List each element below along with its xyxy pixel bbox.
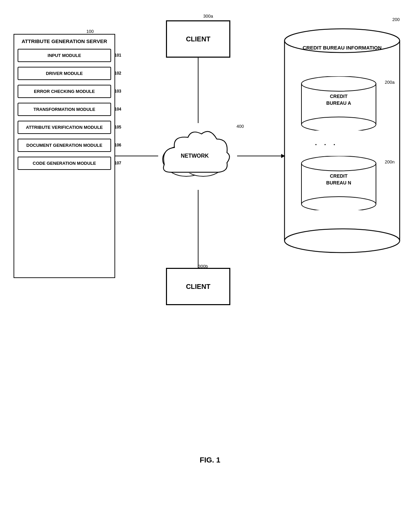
client-box-top: CLIENT <box>166 20 230 58</box>
network-ref: 400 <box>236 124 244 129</box>
server-ref-label: 100 <box>86 29 94 34</box>
svg-point-14 <box>301 76 376 91</box>
module-ref-106: 106 <box>114 143 121 147</box>
attribute-verification-module: ATTRIBUTE VERIFICATION MODULE 105 <box>18 121 111 134</box>
bureau-outer-svg <box>281 27 403 258</box>
bureau-dots: . . . <box>315 139 338 147</box>
server-title: ATTRIBUTE GENERATION SERVER <box>18 38 111 45</box>
network-cloud-container: NETWORK 400 <box>152 122 237 190</box>
bureau-a-ref: 200a <box>385 80 395 85</box>
module-ref-107: 107 <box>114 161 121 165</box>
svg-point-18 <box>301 197 376 210</box>
driver-module: DRIVER MODULE 102 <box>18 67 111 80</box>
server-box: ATTRIBUTE GENERATION SERVER INPUT MODULE… <box>14 34 115 278</box>
bureau-info-label: CREDIT BUREAU INFORMATION <box>281 44 403 51</box>
svg-point-15 <box>301 117 376 131</box>
figure-label: FIG. 1 <box>200 456 220 465</box>
bureau-n-label: CREDITBUREAU N <box>300 173 378 186</box>
module-ref-105: 105 <box>114 125 121 130</box>
error-checking-module: ERROR CHECKING MODULE 103 <box>18 85 111 98</box>
code-generation-module: CODE GENERATION MODULE 107 <box>18 157 111 170</box>
bureau-n-container: 200n CREDITBUREAU N <box>300 156 378 212</box>
svg-point-12 <box>285 229 400 253</box>
svg-text:NETWORK: NETWORK <box>181 153 209 159</box>
module-ref-101: 101 <box>114 53 121 58</box>
network-cloud-svg: NETWORK <box>152 122 237 190</box>
transformation-module: TRANSFORMATION MODULE 104 <box>18 103 111 116</box>
bureau-n-ref: 200n <box>385 159 395 164</box>
client-a-ref: 300a <box>203 14 213 19</box>
document-generation-module: DOCUMENT GENERATION MODULE 106 <box>18 139 111 152</box>
bureau-a-container: 200a CREDITBUREAU A <box>300 76 378 132</box>
module-ref-104: 104 <box>114 107 121 112</box>
module-ref-102: 102 <box>114 71 121 76</box>
bureau-a-label: CREDITBUREAU A <box>300 93 378 106</box>
svg-point-17 <box>301 156 376 171</box>
input-module: INPUT MODULE 101 <box>18 49 111 62</box>
client-box-bottom: CLIENT <box>166 268 230 305</box>
bureau-outer-container: 200 CREDIT BUREAU INFORMATION 200a CREDI… <box>281 27 403 258</box>
module-ref-103: 103 <box>114 89 121 94</box>
bureau-outer-ref: 200 <box>392 17 400 22</box>
